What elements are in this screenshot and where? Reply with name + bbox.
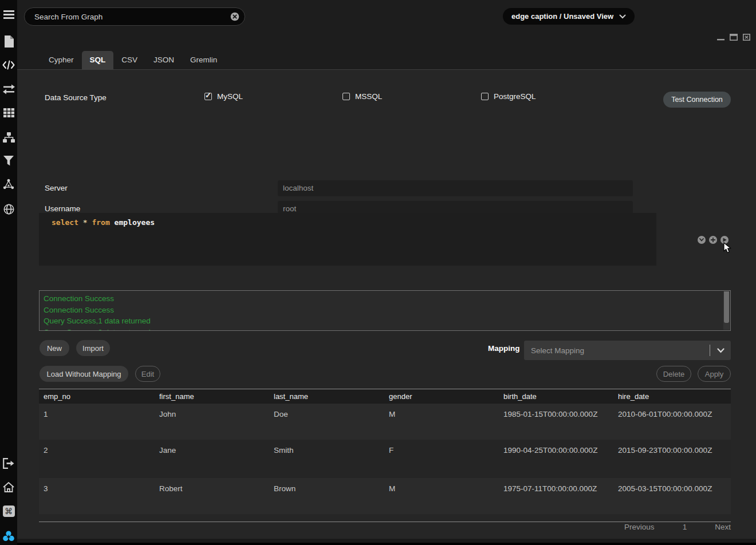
table-row-2[interactable]: 2JaneSmithF1990-04-25T00:00:00.000Z2015-…	[39, 440, 731, 478]
command-glyph: ⌘	[3, 505, 15, 517]
view-selector[interactable]: edge caption / Unsaved View	[503, 8, 635, 25]
cell-last_name: Smith	[269, 440, 384, 478]
cell-birth_date: 1990-04-25T00:00:00.000Z	[499, 440, 613, 478]
table-header: emp_nofirst_namelast_namegenderbirth_dat…	[39, 389, 731, 404]
column-header-hire_date: hire_date	[613, 389, 731, 404]
close-button[interactable]	[743, 34, 750, 41]
sql-editor[interactable]: select * from employees	[39, 213, 656, 266]
console-line-2: Connection Success	[40, 305, 730, 316]
window-controls	[710, 33, 750, 42]
console-line-4: Query Success,3 data returned	[40, 327, 730, 331]
cell-gender: M	[384, 404, 499, 440]
cell-gender: F	[384, 440, 499, 478]
maximize-button[interactable]	[730, 34, 738, 41]
table-row-3[interactable]: 3RobertBrownM1975-07-11T00:00:00.000Z200…	[39, 478, 731, 514]
cell-hire_date: 2015-09-23T00:00:00.000Z	[613, 440, 731, 478]
table-row-1[interactable]: 1JohnDoeM1985-01-15T00:00:00.000Z2010-06…	[39, 404, 731, 440]
tab-csv[interactable]: CSV	[113, 51, 145, 69]
cell-emp_no: 1	[39, 404, 155, 440]
table-grid-icon[interactable]	[0, 108, 17, 117]
check-mark-icon: ✓	[205, 91, 211, 100]
tab-sql[interactable]: SQL	[82, 51, 114, 69]
mouse-cursor	[723, 242, 731, 254]
checkbox-postgresql[interactable]	[481, 93, 489, 100]
new-button[interactable]: New	[40, 340, 69, 356]
next-page-button[interactable]: Next	[715, 523, 731, 531]
cell-emp_no: 2	[39, 440, 155, 478]
cell-last_name: Doe	[269, 404, 384, 440]
checkbox-mssql[interactable]	[342, 93, 350, 100]
console-line-3: Query Success,1 data returned	[40, 315, 730, 327]
home-icon[interactable]	[0, 482, 17, 492]
apply-button[interactable]: Apply	[698, 366, 731, 382]
code-icon[interactable]	[0, 60, 17, 70]
checkbox-mysql[interactable]: ✓	[204, 93, 212, 100]
column-header-last_name: last_name	[269, 389, 384, 404]
field-label-server: Server	[45, 184, 68, 192]
mapping-select-placeholder: Select Mapping	[524, 346, 710, 355]
search-clear-icon[interactable]	[230, 12, 239, 21]
datasource-option-postgresql[interactable]: PostgreSQL	[481, 92, 536, 101]
sidebar: ⌘	[0, 0, 17, 545]
sql-token-plain	[78, 218, 83, 227]
add-query-button[interactable]	[709, 236, 717, 244]
sql-query: select * from employees	[52, 218, 155, 227]
tab-divider	[17, 69, 756, 70]
sql-token-keyword: from	[92, 218, 109, 227]
minimize-button[interactable]	[717, 34, 724, 41]
menu-icon[interactable]	[0, 10, 17, 19]
sql-token-plain: employees	[110, 218, 155, 227]
field-label-username: Username	[45, 204, 80, 213]
data-source-options: ✓MySQLMSSQLPostgreSQL	[0, 92, 756, 104]
field-input-server[interactable]: localhost	[278, 180, 633, 196]
cell-hire_date: 2005-03-15T00:00:00.000Z	[613, 478, 731, 514]
import-button[interactable]: Import	[76, 340, 110, 356]
command-icon[interactable]: ⌘	[0, 505, 17, 517]
tab-bar: CypherSQLCSVJSONGremlin	[41, 51, 225, 69]
tab-json[interactable]: JSON	[145, 51, 182, 69]
cell-emp_no: 3	[39, 478, 155, 514]
swap-arrows-icon[interactable]	[0, 84, 17, 94]
datasource-label-mysql: MySQL	[217, 92, 243, 101]
console-lines: Connection SuccessConnection SuccessQuer…	[40, 291, 730, 331]
cell-last_name: Brown	[269, 478, 384, 514]
tab-cypher[interactable]: Cypher	[41, 51, 82, 69]
load-without-mapping-button[interactable]: Load Without Mapping	[40, 366, 128, 382]
datasource-label-mssql: MSSQL	[355, 92, 382, 101]
cell-birth_date: 1985-01-15T00:00:00.000Z	[499, 404, 613, 440]
sql-token-keyword: select	[52, 218, 78, 227]
pagination: Previous 1 Next	[624, 523, 731, 531]
mapping-select[interactable]: Select Mapping	[524, 341, 731, 360]
cell-first_name: Robert	[155, 478, 269, 514]
edit-button[interactable]: Edit	[135, 366, 160, 382]
search-input[interactable]	[25, 13, 230, 21]
globe-icon[interactable]	[0, 204, 17, 215]
cell-birth_date: 1975-07-11T00:00:00.000Z	[499, 478, 613, 514]
chevron-down-icon[interactable]	[710, 348, 731, 353]
sitemap-icon[interactable]	[0, 132, 17, 143]
sql-token-operator: *	[83, 218, 88, 227]
current-page[interactable]: 1	[683, 523, 687, 531]
file-icon[interactable]	[0, 35, 17, 48]
delete-button[interactable]: Delete	[656, 366, 691, 382]
datasource-option-mysql[interactable]: ✓MySQL	[204, 92, 243, 101]
datasource-option-mssql[interactable]: MSSQL	[342, 92, 382, 101]
filter-icon[interactable]	[0, 156, 17, 166]
cell-first_name: John	[155, 404, 269, 440]
console-scrollbar-thumb[interactable]	[724, 291, 729, 323]
previous-page-button[interactable]: Previous	[624, 523, 655, 531]
bottom-strip	[17, 539, 756, 545]
logout-icon[interactable]	[0, 458, 17, 469]
collapse-editor-button[interactable]	[698, 236, 706, 244]
network-icon[interactable]	[0, 179, 17, 189]
column-header-birth_date: birth_date	[499, 389, 613, 404]
results-table: emp_nofirst_namelast_namegenderbirth_dat…	[39, 389, 731, 514]
column-header-gender: gender	[384, 389, 499, 404]
cell-hire_date: 2010-06-01T00:00:00.000Z	[613, 404, 731, 440]
tab-gremlin[interactable]: Gremlin	[182, 51, 225, 69]
app-logo-icon[interactable]	[0, 530, 17, 542]
cell-gender: M	[384, 478, 499, 514]
table-bottom-border	[39, 522, 731, 522]
test-connection-button[interactable]: Test Connection	[663, 92, 731, 108]
graph-search[interactable]	[24, 7, 245, 26]
